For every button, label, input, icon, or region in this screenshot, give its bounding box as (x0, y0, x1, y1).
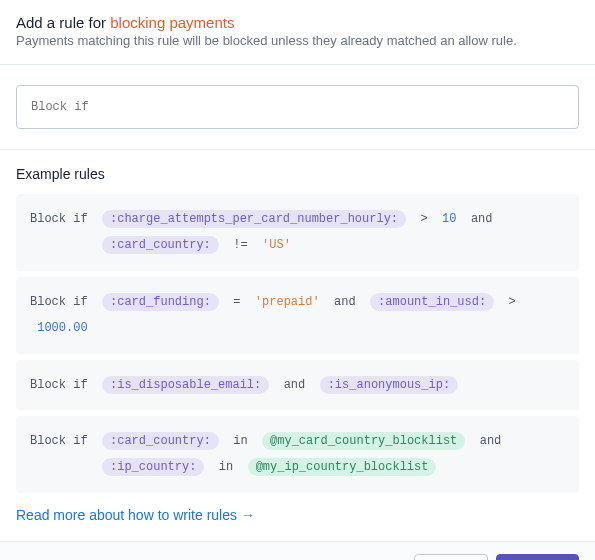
rule-string: 'prepaid' (255, 295, 320, 309)
example-rule[interactable]: Block if :charge_attempts_per_card_numbe… (16, 194, 579, 271)
arrow-right-icon: → (241, 507, 255, 523)
rule-operator: > (509, 295, 516, 309)
dialog-subtitle: Payments matching this rule will be bloc… (16, 33, 579, 48)
rule-variable: :ip_country: (102, 458, 204, 476)
rule-variable: :card_country: (102, 432, 219, 450)
rule-operator: and (480, 434, 502, 448)
title-prefix: Add a rule for (16, 14, 110, 31)
rule-variable: :charge_attempts_per_card_number_hourly: (102, 210, 406, 228)
test-rule-button[interactable]: Test rule (496, 554, 579, 560)
rule-number: 10 (442, 212, 456, 226)
rule-variable: :card_funding: (102, 293, 219, 311)
rule-prefix: Block if (30, 212, 88, 226)
example-rule[interactable]: Block if :card_country: in @my_card_coun… (16, 416, 579, 493)
cancel-button[interactable]: Cancel (414, 554, 488, 560)
read-more-link[interactable]: Read more about how to write rules → (16, 507, 579, 523)
rule-operator: > (420, 212, 427, 226)
rule-operator: and (471, 212, 493, 226)
rule-string: 'US' (262, 238, 291, 252)
example-rule[interactable]: Block if :is_disposable_email: and :is_a… (16, 360, 579, 410)
rule-list-ref: @my_ip_country_blocklist (248, 458, 437, 476)
rule-list-ref: @my_card_country_blocklist (262, 432, 465, 450)
dialog-footer: Cancel Test rule (0, 541, 595, 560)
rule-input-section (0, 64, 595, 150)
rule-prefix: Block if (30, 295, 88, 309)
rule-input[interactable] (16, 85, 579, 129)
rule-operator: in (219, 460, 233, 474)
rule-variable: :card_country: (102, 236, 219, 254)
rule-prefix: Block if (30, 378, 88, 392)
dialog-header: Add a rule for blocking payments Payment… (0, 0, 595, 56)
rule-prefix: Block if (30, 434, 88, 448)
rule-number: 1000.00 (37, 321, 87, 335)
rule-variable: :amount_in_usd: (370, 293, 494, 311)
rule-variable: :is_disposable_email: (102, 376, 269, 394)
rule-operator: = (233, 295, 240, 309)
rule-operator: and (284, 378, 306, 392)
examples-section: Example rules Block if :charge_attempts_… (0, 150, 595, 541)
rule-operator: and (334, 295, 356, 309)
example-rule[interactable]: Block if :card_funding: = 'prepaid' and … (16, 277, 579, 354)
rule-variable: :is_anonymous_ip: (320, 376, 458, 394)
examples-title: Example rules (16, 166, 579, 182)
title-highlight: blocking payments (110, 14, 234, 31)
rule-operator: in (233, 434, 247, 448)
read-more-text: Read more about how to write rules (16, 507, 237, 523)
rule-operator: != (233, 238, 247, 252)
dialog-title: Add a rule for blocking payments (16, 14, 579, 31)
